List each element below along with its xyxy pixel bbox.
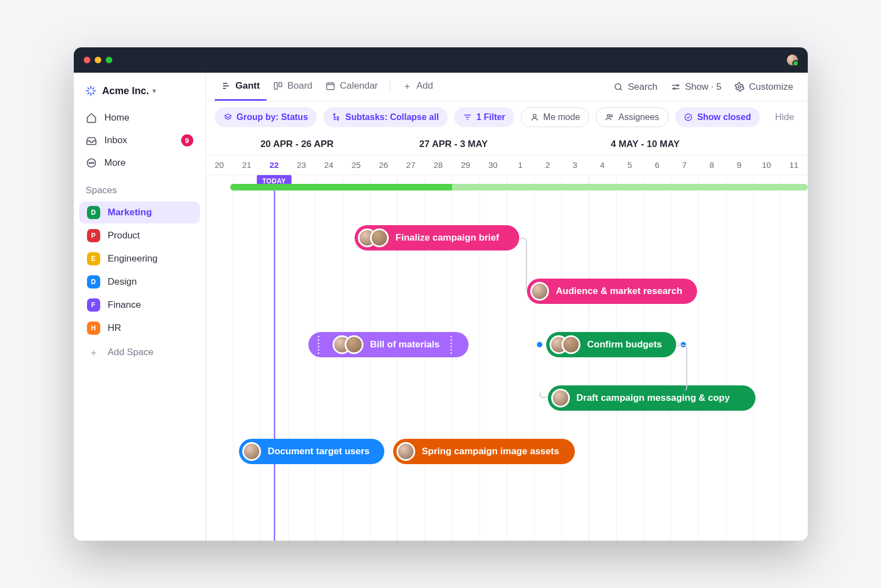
day-cell[interactable]: 8 xyxy=(698,155,726,175)
svg-point-10 xyxy=(738,85,741,88)
assignee-avatars xyxy=(551,389,570,407)
task-bar[interactable]: Confirm budgets xyxy=(546,332,676,357)
person-icon xyxy=(530,113,539,122)
nav-label: Home xyxy=(105,112,129,123)
filter-chip[interactable]: 1 Filter xyxy=(454,107,514,127)
space-color-icon: F xyxy=(87,298,100,312)
assignee-avatars xyxy=(396,442,415,461)
date-range: 27 APR - 3 MAY xyxy=(397,133,589,155)
tab-board[interactable]: Board xyxy=(267,73,319,101)
space-product[interactable]: P Product xyxy=(79,225,200,247)
window-controls[interactable] xyxy=(84,57,112,63)
add-space-button[interactable]: ＋ Add Space xyxy=(79,341,200,363)
nav-label: More xyxy=(105,157,126,168)
day-cell[interactable]: 23 xyxy=(288,155,316,175)
day-cell[interactable]: 10 xyxy=(753,155,780,175)
svg-point-1 xyxy=(89,162,90,164)
task-label: Confirm budgets xyxy=(587,339,662,350)
assignees-chip[interactable]: Assignees xyxy=(596,107,668,127)
add-view-button[interactable]: ＋ Add xyxy=(396,72,439,102)
day-cell[interactable]: 26 xyxy=(370,155,398,175)
space-label: HR xyxy=(108,323,122,334)
calendar-icon xyxy=(325,81,335,91)
task-bar[interactable]: Draft campaign messaging & copy xyxy=(548,385,756,411)
drag-handle-icon[interactable] xyxy=(315,336,323,354)
space-color-icon: H xyxy=(87,322,100,335)
nav-home[interactable]: Home xyxy=(74,107,205,129)
nav-inbox[interactable]: Inbox 9 xyxy=(74,129,205,152)
drag-handle-icon[interactable] xyxy=(448,336,455,354)
tab-gantt[interactable]: Gantt xyxy=(215,73,267,101)
hide-filters-button[interactable]: Hide xyxy=(775,112,795,123)
nav-more[interactable]: More xyxy=(74,152,205,174)
space-design[interactable]: D Design xyxy=(79,271,200,293)
group-by-chip[interactable]: Group by: Status xyxy=(215,107,317,127)
day-cell[interactable]: 30 xyxy=(479,155,507,175)
sidebar: Acme Inc. ▾ Home Inbox 9 More Spaces D M… xyxy=(74,73,206,541)
gantt-icon xyxy=(221,81,231,91)
day-cell[interactable]: 27 xyxy=(397,155,425,175)
tab-calendar[interactable]: Calendar xyxy=(319,73,384,101)
day-cell[interactable]: 21 xyxy=(233,155,260,175)
day-cell[interactable]: 29 xyxy=(452,155,480,175)
board-icon xyxy=(273,81,283,91)
tab-label: Calendar xyxy=(340,80,378,91)
customize-button[interactable]: Customize xyxy=(729,78,798,96)
day-cell[interactable]: 28 xyxy=(425,155,452,175)
day-cell[interactable]: 5 xyxy=(616,155,644,175)
svg-point-12 xyxy=(338,117,339,118)
space-marketing[interactable]: D Marketing xyxy=(79,202,200,224)
avatar xyxy=(551,389,570,407)
svg-point-9 xyxy=(673,88,675,89)
customize-label: Customize xyxy=(749,81,793,92)
day-cell[interactable]: 6 xyxy=(644,155,671,175)
day-cell[interactable]: 25 xyxy=(342,155,370,175)
day-cell[interactable]: 7 xyxy=(671,155,698,175)
task-bar[interactable]: Finalize campaign brief xyxy=(355,225,519,251)
show-closed-chip[interactable]: Show closed xyxy=(675,107,760,127)
layers-icon xyxy=(224,113,232,122)
current-user-avatar[interactable] xyxy=(787,55,798,66)
avatar xyxy=(242,442,261,461)
day-cell[interactable]: 20 xyxy=(206,155,233,175)
assignee-avatars xyxy=(530,282,549,301)
task-label: Audience & market research xyxy=(556,286,682,297)
space-engineering[interactable]: E Engineering xyxy=(79,248,200,270)
dependency-dot[interactable] xyxy=(537,342,542,347)
space-color-icon: E xyxy=(87,252,100,265)
day-cell[interactable]: 24 xyxy=(315,155,342,175)
day-cell[interactable]: 2 xyxy=(534,155,562,175)
show-button[interactable]: Show · 5 xyxy=(665,78,727,96)
close-window-icon[interactable] xyxy=(84,57,90,63)
workspace-switcher[interactable]: Acme Inc. ▾ xyxy=(74,78,205,107)
day-cell[interactable]: 11 xyxy=(780,155,808,175)
task-label: Draft campaign messaging & copy xyxy=(577,393,730,404)
space-finance[interactable]: F Finance xyxy=(79,294,200,316)
task-bar[interactable]: Document target users xyxy=(239,439,384,464)
task-bar[interactable]: Bill of materials xyxy=(308,332,469,357)
space-hr[interactable]: H HR xyxy=(79,317,200,339)
day-cell[interactable]: 1 xyxy=(507,155,534,175)
home-icon xyxy=(86,112,97,123)
gantt-chart[interactable]: 20 APR - 26 APR27 APR - 3 MAY4 MAY - 10 … xyxy=(206,133,808,541)
check-circle-icon xyxy=(684,113,693,122)
minimize-window-icon[interactable] xyxy=(95,57,101,63)
day-cell[interactable]: 4 xyxy=(589,155,616,175)
day-cell[interactable]: 3 xyxy=(561,155,589,175)
day-cell[interactable]: 9 xyxy=(726,155,753,175)
day-cell[interactable]: 22 xyxy=(260,155,288,175)
dependency-dot[interactable] xyxy=(681,342,686,347)
assignee-avatars xyxy=(242,442,261,461)
svg-point-13 xyxy=(338,119,339,121)
maximize-window-icon[interactable] xyxy=(106,57,112,63)
filter-bar: Group by: Status Subtasks: Collapse all … xyxy=(206,101,808,133)
search-button[interactable]: Search xyxy=(608,78,663,96)
task-bar[interactable]: Spring campaign image assets xyxy=(393,439,575,464)
view-tab-bar: Gantt Board Calendar ＋ Add Search xyxy=(206,73,808,101)
task-bar[interactable]: Audience & market research xyxy=(527,279,697,304)
show-label: Show · 5 xyxy=(685,81,721,92)
subtasks-chip[interactable]: Subtasks: Collapse all xyxy=(323,107,448,127)
me-mode-chip[interactable]: Me mode xyxy=(521,107,590,127)
svg-point-16 xyxy=(611,115,613,117)
filter-label: 1 Filter xyxy=(476,112,505,122)
